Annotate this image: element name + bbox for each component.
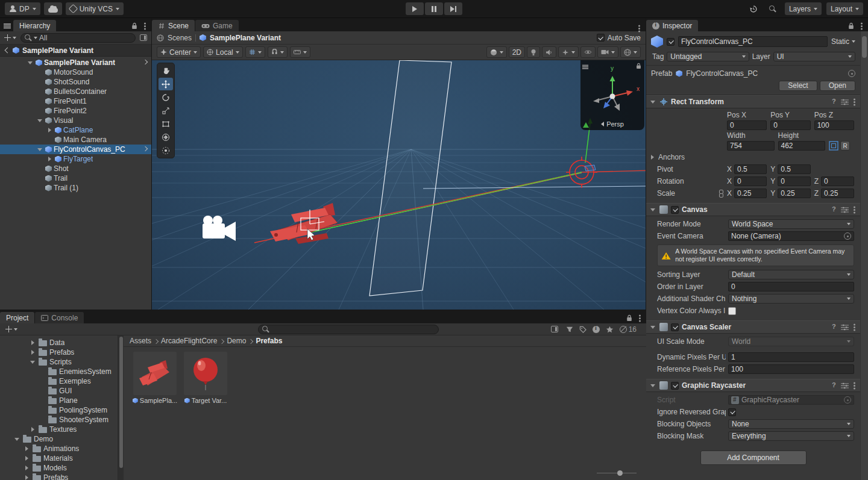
order-in-layer-field[interactable]: 0	[728, 282, 854, 291]
kebab-menu-icon[interactable]	[854, 101, 855, 103]
kebab-menu-icon[interactable]	[854, 326, 855, 328]
undo-history-button[interactable]	[746, 2, 761, 15]
component-enabled-checkbox[interactable]	[671, 323, 679, 331]
foldout-closed-icon[interactable]	[46, 125, 53, 135]
prefab-stage-header[interactable]: SamplePlane Variant	[0, 45, 151, 57]
chevron-right-icon[interactable]	[143, 60, 148, 65]
folder-models[interactable]: Models	[0, 463, 118, 473]
foldout-open-icon[interactable]	[649, 97, 656, 107]
foldout-closed-icon[interactable]	[29, 425, 36, 434]
tab-game[interactable]: Game	[195, 20, 239, 31]
projection-label[interactable]: Persp	[606, 120, 624, 128]
reference-pixels-field[interactable]: 100	[728, 364, 854, 374]
tag-dropdown[interactable]: Untagged	[667, 52, 749, 61]
folder-exemples[interactable]: Exemples	[0, 376, 118, 386]
foldout-open-icon[interactable]	[29, 357, 36, 367]
help-icon[interactable]	[831, 382, 838, 389]
scene-picker-icon[interactable]	[140, 34, 147, 41]
foldout-closed-icon[interactable]	[23, 473, 30, 480]
folder-gui[interactable]: GUI	[0, 386, 118, 396]
add-component-button[interactable]: Add Component	[700, 450, 807, 465]
hierarchy-item-trail[interactable]: Trail	[0, 173, 151, 183]
graphic-raycaster-header[interactable]: Graphic Raycaster	[646, 379, 860, 392]
event-camera-object-field[interactable]: None (Camera)	[728, 231, 854, 241]
folder-demo[interactable]: Demo	[0, 434, 118, 444]
tab-inspector[interactable]: Inspector	[646, 20, 698, 31]
rect-tool-button[interactable]	[159, 117, 173, 130]
asset-target-variant-prefab[interactable]: Target Var...	[183, 352, 228, 404]
presets-icon[interactable]	[841, 324, 849, 331]
hierarchy-item-flycontrolcanvas-pc[interactable]: FlyControlCanvas_PC	[0, 145, 151, 154]
folder-scripts[interactable]: Scripts	[0, 357, 118, 367]
back-chevron-icon[interactable]	[4, 48, 10, 54]
hierarchy-item-trail-1[interactable]: Trail (1)	[0, 183, 151, 193]
scene-viewport[interactable]: y x Persp	[152, 60, 646, 310]
filter-icon[interactable]	[566, 326, 573, 333]
pause-button[interactable]	[425, 2, 443, 15]
breadcrumb-demo[interactable]: Demo	[227, 337, 246, 345]
breadcrumb-assets[interactable]: Assets	[130, 337, 151, 345]
folder-poolingsystem[interactable]: PoolingSystem	[0, 405, 118, 415]
unity-vcs-menu[interactable]: Unity VCS	[66, 2, 124, 15]
auto-save-toggle[interactable]: Auto Save	[597, 34, 641, 42]
kebab-menu-icon[interactable]	[638, 28, 640, 30]
hierarchy-item-flytarget[interactable]: FlyTarget	[0, 154, 151, 164]
pos-x-field[interactable]: 0	[727, 120, 767, 130]
gizmos-dropdown[interactable]	[620, 46, 641, 58]
tab-scene[interactable]: Scene	[152, 20, 195, 31]
grid-visibility-dropdown[interactable]	[245, 46, 265, 58]
tab-project[interactable]: Project	[0, 312, 34, 323]
tool-handle-position-dropdown[interactable]: Center	[157, 46, 201, 58]
canvas-header[interactable]: Canvas	[646, 203, 860, 216]
scene-visibility-toggle[interactable]	[580, 46, 596, 58]
pos-y-field[interactable]: 0	[770, 120, 810, 130]
help-icon[interactable]	[831, 206, 838, 213]
height-field[interactable]: 462	[778, 141, 826, 151]
foldout-open-icon[interactable]	[649, 322, 656, 332]
foldout-open-icon[interactable]	[649, 381, 656, 390]
anchors-foldout[interactable]: Anchors	[646, 151, 860, 163]
component-enabled-checkbox[interactable]	[671, 206, 679, 214]
prefab-open-button[interactable]: Open	[820, 81, 855, 91]
foldout-closed-icon[interactable]	[29, 338, 36, 348]
scene-effects-dropdown[interactable]	[558, 46, 579, 58]
hierarchy-item-shotsound[interactable]: ShotSound	[0, 77, 151, 87]
asset-sampleplane-prefab[interactable]: SamplePla...	[132, 352, 178, 404]
camera-gizmo-icon[interactable]	[203, 216, 236, 241]
foldout-closed-icon[interactable]	[29, 348, 36, 357]
presets-icon[interactable]	[841, 382, 849, 389]
kebab-menu-icon[interactable]	[639, 317, 641, 319]
cloud-services-button[interactable]	[44, 2, 62, 15]
inspector-scrollbar[interactable]	[860, 31, 868, 480]
slider-knob[interactable]	[617, 470, 623, 476]
project-search[interactable]	[258, 325, 439, 334]
scale-z-field[interactable]: 0.25	[821, 189, 854, 198]
hierarchy-item-bulletscontainer[interactable]: BulletsContainer	[0, 87, 151, 96]
lock-icon[interactable]	[848, 22, 854, 30]
info-icon[interactable]	[593, 326, 600, 333]
hierarchy-item-sampleplane-variant[interactable]: SamplePlane Variant	[0, 58, 151, 67]
canvas-scaler-header[interactable]: Canvas Scaler	[646, 320, 860, 334]
scene-audio-toggle[interactable]	[542, 46, 556, 58]
chevron-right-icon[interactable]	[143, 147, 148, 152]
foldout-closed-icon[interactable]	[46, 154, 53, 164]
rotate-tool-button[interactable]	[159, 91, 173, 104]
folder-animations[interactable]: Animations	[0, 444, 118, 454]
ignore-reversed-checkbox[interactable]	[728, 408, 736, 416]
kebab-menu-icon[interactable]	[144, 25, 146, 27]
folder-prefabs-demo[interactable]: Prefabs	[0, 473, 118, 480]
increment-snap-dropdown[interactable]	[290, 46, 310, 58]
transform-tool-button[interactable]	[159, 131, 173, 143]
pivot-y-field[interactable]: 0.5	[778, 164, 810, 174]
object-picker-icon[interactable]	[848, 70, 855, 77]
foldout-closed-icon[interactable]	[649, 152, 656, 162]
layout-menu[interactable]: Layout	[826, 2, 863, 15]
layer-dropdown[interactable]: UI	[773, 52, 855, 61]
sorting-layer-dropdown[interactable]: Default	[728, 270, 854, 279]
global-search-button[interactable]	[766, 2, 780, 15]
prefab-asset-name[interactable]: FlyControlCanvas_PC	[686, 69, 758, 78]
render-mode-dropdown[interactable]: World Space	[728, 219, 854, 229]
foldout-closed-icon[interactable]	[23, 463, 30, 473]
kebab-menu-icon[interactable]	[854, 209, 855, 211]
hierarchy-item-motorsound[interactable]: MotorSound	[0, 67, 151, 77]
